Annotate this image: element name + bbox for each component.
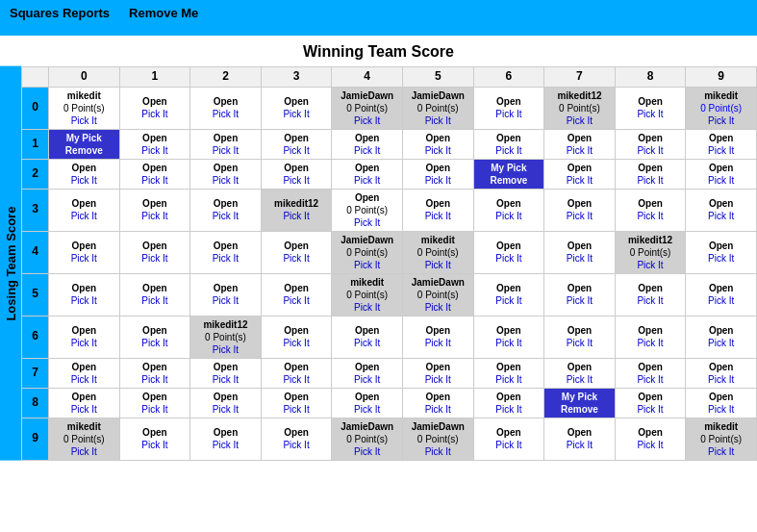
cell-action-link[interactable]: Pick It — [617, 174, 685, 187]
cell-0-1[interactable]: OpenPick It — [119, 87, 190, 129]
cell-action-link[interactable]: Pick It — [263, 252, 331, 265]
cell-6-5[interactable]: OpenPick It — [402, 316, 473, 358]
cell-8-9[interactable]: OpenPick It — [686, 388, 757, 418]
cell-action-link[interactable]: Pick It — [50, 403, 118, 416]
cell-action-link[interactable]: Pick It — [545, 439, 614, 451]
cell-3-7[interactable]: OpenPick It — [544, 189, 616, 231]
cell-action-link[interactable]: Pick It — [617, 294, 685, 307]
cell-4-9[interactable]: OpenPick It — [686, 231, 757, 273]
cell-5-3[interactable]: OpenPick It — [261, 273, 332, 316]
cell-action-link[interactable]: Pick It — [687, 403, 755, 416]
cell-6-7[interactable]: OpenPick It — [544, 316, 616, 358]
cell-action-link[interactable]: Pick It — [121, 403, 189, 416]
cell-2-1[interactable]: OpenPick It — [119, 159, 190, 189]
cell-action-link[interactable]: Pick It — [191, 343, 260, 356]
cell-action-link[interactable]: Pick It — [545, 174, 614, 187]
cell-5-4[interactable]: mikedit0 Point(s)Pick It — [332, 273, 403, 316]
cell-9-2[interactable]: OpenPick It — [190, 418, 262, 460]
cell-9-5[interactable]: JamieDawn0 Point(s)Pick It — [402, 418, 473, 460]
cell-action-link[interactable]: Pick It — [121, 294, 189, 307]
cell-1-0[interactable]: My PickRemove — [49, 129, 120, 159]
cell-action-link[interactable]: Pick It — [545, 144, 614, 157]
cell-7-8[interactable]: OpenPick It — [615, 358, 686, 388]
cell-1-7[interactable]: OpenPick It — [544, 129, 616, 159]
cell-action-link[interactable]: Pick It — [191, 403, 260, 416]
cell-2-0[interactable]: OpenPick It — [49, 159, 120, 189]
cell-9-1[interactable]: OpenPick It — [119, 418, 190, 460]
cell-4-7[interactable]: OpenPick It — [544, 231, 616, 273]
squares-reports-link[interactable]: Squares Reports — [10, 6, 110, 20]
cell-5-1[interactable]: OpenPick It — [119, 273, 190, 316]
cell-action-link[interactable]: Pick It — [191, 252, 260, 265]
cell-7-3[interactable]: OpenPick It — [261, 358, 332, 388]
cell-action-link[interactable]: Pick It — [333, 403, 401, 416]
cell-action-link[interactable]: Pick It — [121, 252, 189, 265]
cell-1-6[interactable]: OpenPick It — [473, 129, 544, 159]
cell-action-link[interactable]: Pick It — [50, 114, 118, 127]
cell-3-5[interactable]: OpenPick It — [402, 189, 473, 231]
cell-action-link[interactable]: Pick It — [475, 252, 543, 265]
cell-8-7[interactable]: My PickRemove — [544, 388, 616, 418]
cell-action-link[interactable]: Pick It — [404, 373, 472, 386]
cell-action-link[interactable]: Pick It — [404, 210, 472, 222]
cell-3-1[interactable]: OpenPick It — [119, 189, 190, 231]
cell-action-link[interactable]: Pick It — [50, 210, 118, 222]
cell-4-4[interactable]: JamieDawn0 Point(s)Pick It — [332, 231, 403, 273]
cell-action-link[interactable]: Pick It — [191, 108, 260, 120]
cell-9-3[interactable]: OpenPick It — [261, 418, 332, 460]
cell-action-link[interactable]: Pick It — [687, 210, 755, 222]
cell-action-link[interactable]: Pick It — [263, 294, 331, 307]
cell-7-1[interactable]: OpenPick It — [119, 358, 190, 388]
cell-2-4[interactable]: OpenPick It — [332, 159, 403, 189]
cell-1-2[interactable]: OpenPick It — [190, 129, 262, 159]
cell-5-8[interactable]: OpenPick It — [615, 273, 686, 316]
cell-action-link[interactable]: Pick It — [475, 108, 543, 120]
cell-action-link[interactable]: Pick It — [263, 174, 331, 187]
cell-action-link[interactable]: Pick It — [263, 210, 331, 222]
cell-action-link[interactable]: Pick It — [191, 210, 260, 222]
cell-9-6[interactable]: OpenPick It — [473, 418, 544, 460]
cell-5-2[interactable]: OpenPick It — [190, 273, 262, 316]
cell-action-link[interactable]: Pick It — [617, 403, 685, 416]
cell-2-9[interactable]: OpenPick It — [686, 159, 757, 189]
cell-7-5[interactable]: OpenPick It — [402, 358, 473, 388]
cell-8-6[interactable]: OpenPick It — [473, 388, 544, 418]
cell-3-8[interactable]: OpenPick It — [615, 189, 686, 231]
cell-action-link[interactable]: Pick It — [121, 174, 189, 187]
cell-5-9[interactable]: OpenPick It — [686, 273, 757, 316]
cell-action-link[interactable]: Pick It — [404, 337, 472, 349]
cell-7-4[interactable]: OpenPick It — [332, 358, 403, 388]
cell-2-3[interactable]: OpenPick It — [261, 159, 332, 189]
cell-6-3[interactable]: OpenPick It — [261, 316, 332, 358]
cell-action-link[interactable]: Pick It — [404, 403, 472, 416]
cell-action-link[interactable]: Pick It — [404, 114, 472, 127]
cell-action-link[interactable]: Pick It — [191, 144, 260, 157]
cell-action-link[interactable]: Pick It — [617, 144, 685, 157]
cell-4-8[interactable]: mikedit120 Point(s)Pick It — [615, 231, 686, 273]
cell-action-link[interactable]: Pick It — [333, 216, 401, 229]
cell-action-link[interactable]: Pick It — [475, 439, 543, 451]
cell-5-5[interactable]: JamieDawn0 Point(s)Pick It — [402, 273, 473, 316]
cell-9-9[interactable]: mikedit0 Point(s)Pick It — [686, 418, 757, 460]
cell-8-1[interactable]: OpenPick It — [119, 388, 190, 418]
cell-action-link[interactable]: Pick It — [545, 294, 614, 307]
cell-action-link[interactable]: Pick It — [50, 252, 118, 265]
cell-2-8[interactable]: OpenPick It — [615, 159, 686, 189]
cell-0-4[interactable]: JamieDawn0 Point(s)Pick It — [332, 87, 403, 129]
cell-4-1[interactable]: OpenPick It — [119, 231, 190, 273]
cell-action-link[interactable]: Pick It — [687, 294, 755, 307]
cell-action-link[interactable]: Pick It — [50, 445, 118, 458]
cell-action-link[interactable]: Pick It — [263, 403, 331, 416]
cell-9-4[interactable]: JamieDawn0 Point(s)Pick It — [332, 418, 403, 460]
cell-2-2[interactable]: OpenPick It — [190, 159, 262, 189]
cell-action-link[interactable]: Pick It — [333, 445, 401, 458]
cell-action-link[interactable]: Pick It — [191, 373, 260, 386]
cell-action-link[interactable]: Pick It — [263, 108, 331, 120]
cell-action-link[interactable]: Pick It — [687, 373, 755, 386]
cell-8-3[interactable]: OpenPick It — [261, 388, 332, 418]
cell-3-2[interactable]: OpenPick It — [190, 189, 262, 231]
cell-action-link[interactable]: Pick It — [687, 174, 755, 187]
cell-action-link[interactable]: Pick It — [545, 114, 614, 127]
cell-8-0[interactable]: OpenPick It — [49, 388, 120, 418]
cell-7-6[interactable]: OpenPick It — [473, 358, 544, 388]
